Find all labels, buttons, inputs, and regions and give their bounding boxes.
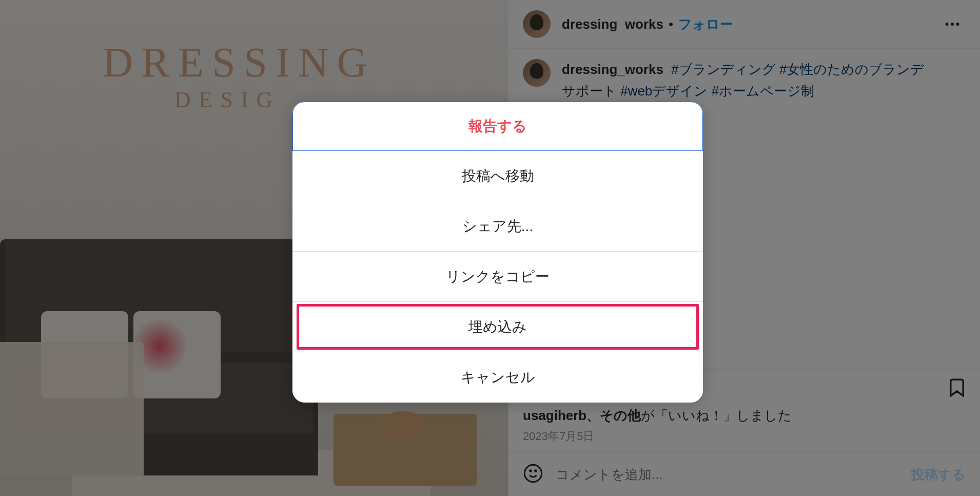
share-to-button[interactable]: シェア先... <box>292 201 703 252</box>
embed-label: 埋め込み <box>468 317 527 337</box>
embed-button[interactable]: 埋め込み <box>292 302 703 352</box>
cancel-button[interactable]: キャンセル <box>292 352 703 403</box>
report-button[interactable]: 報告する <box>292 102 703 151</box>
go-to-post-button[interactable]: 投稿へ移動 <box>292 151 703 201</box>
copy-link-button[interactable]: リンクをコピー <box>292 252 703 302</box>
options-modal: 報告する 投稿へ移動 シェア先... リンクをコピー 埋め込み キャンセル <box>292 102 703 403</box>
